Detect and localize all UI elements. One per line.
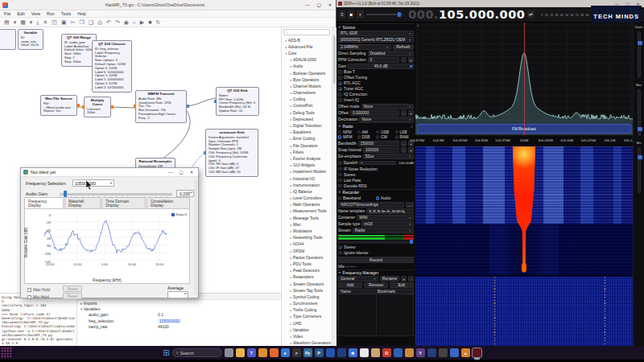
qt-close-button[interactable]: ✕ — [188, 170, 196, 175]
palette-item-channelizers[interactable]: ▸Channelizers — [282, 90, 332, 97]
checkbox-icon[interactable] — [338, 87, 342, 91]
stop-button[interactable]: ■ — [348, 10, 354, 19]
offset-minus-button[interactable]: - — [401, 110, 407, 116]
block-port[interactable] — [111, 105, 114, 109]
menu-view[interactable]: View — [31, 11, 40, 16]
palette-item-peak-detectors[interactable]: ▸Peak Detectors — [282, 268, 332, 274]
menu-file[interactable]: File — [4, 11, 11, 16]
taskbar-photos-icon[interactable] — [394, 348, 402, 357]
max-hold-checkbox[interactable]: Max Hold — [27, 287, 50, 292]
palette-item-industrial-i-o[interactable]: ▸Industrial I/O — [282, 175, 332, 182]
checkbox-icon[interactable] — [338, 76, 342, 80]
variable-value[interactable]: 0.1 — [158, 312, 163, 317]
mode-baseband[interactable]: Baseband — [338, 196, 376, 200]
palette-item-audio[interactable]: ▸Audio — [282, 64, 332, 70]
mode-cw[interactable]: CW — [376, 135, 395, 139]
tab-frequency-display[interactable]: Frequency Display — [24, 197, 64, 209]
palette-item-stream-operators[interactable]: ▸Stream Operators — [282, 281, 332, 287]
start-button[interactable]: ⊞ — [163, 347, 169, 359]
radio-icon[interactable] — [395, 130, 398, 134]
copy-button[interactable]: ❐ — [79, 19, 84, 26]
taskbar-pycharm-icon[interactable]: P — [315, 348, 324, 357]
frequency-selection-combo[interactable]: 105000000 ▾ — [72, 179, 114, 187]
mode-am[interactable]: AM — [357, 130, 377, 134]
source-check-rtl-agc[interactable]: RTL AGC — [338, 80, 414, 86]
tab-constellation-display[interactable]: Constellation Display — [147, 197, 190, 208]
checkbox-icon[interactable] — [338, 93, 342, 97]
menu-tools[interactable]: Tools — [61, 11, 71, 16]
volume-slider-handle[interactable] — [398, 12, 401, 17]
name-template-value[interactable]: $t_$f_$h-$m-$s_$d-$M-$y — [366, 208, 414, 214]
palette-item-noaa[interactable]: ▸NOAA — [282, 241, 332, 248]
max-hold-reset-button[interactable]: Reset — [63, 286, 82, 292]
squelch-slider-handle[interactable] — [361, 162, 363, 163]
qt-maximize-button[interactable]: ▢ — [177, 170, 185, 175]
palette-item-core[interactable]: ▾Core — [282, 50, 332, 56]
fft-spectrum[interactable]: -5-10-15-20-25-30-35-40-45-50-55-60-65-7… — [415, 23, 633, 135]
taskbar-vlc-icon[interactable]: ▲ — [461, 348, 470, 357]
palette-item-filters[interactable]: ▸Filters — [282, 149, 332, 155]
radio-icon[interactable] — [357, 135, 361, 138]
cut-button[interactable]: ✂ — [71, 19, 76, 26]
bandwidth-value[interactable]: 250000 — [358, 141, 399, 146]
source-check-offset-tuning[interactable]: Offset Tuning — [338, 75, 414, 80]
close-button[interactable]: ✕ — [324, 0, 336, 10]
palette-item-equalizers[interactable]: ▸Equalizers — [282, 130, 332, 136]
frequency-manager-header[interactable]: ▼Frequency Manager — [338, 269, 414, 276]
palette-item-fourier-analysis[interactable]: ▸Fourier Analysis — [282, 155, 332, 162]
save-button[interactable]: ⤓ — [36, 19, 39, 26]
add-bookmark-button[interactable]: Add — [338, 282, 362, 288]
palette-item-type-converters[interactable]: ▸Type Converters — [282, 314, 332, 320]
mode-audio[interactable]: Audio — [376, 196, 414, 200]
source-check-tuner-agc[interactable]: Tuner AGC — [338, 86, 414, 92]
snap-plus-button[interactable]: + — [408, 147, 414, 153]
new-dropdown[interactable]: ▾ — [14, 19, 17, 26]
taskbar-sdrpp-icon[interactable] — [473, 348, 481, 357]
offset-value[interactable]: 0.000000 — [350, 110, 399, 116]
ppm-value[interactable]: 0 — [368, 57, 399, 63]
tuning-cursor[interactable] — [524, 23, 525, 135]
refresh-button[interactable]: Refresh — [393, 44, 414, 50]
palette-item-variables[interactable]: ▸Variables — [282, 327, 332, 333]
qt-gui-window[interactable]: Not titled yet — ▢ ✕ Frequency Selection… — [20, 167, 199, 298]
palette-item-math-operators[interactable]: ▸Math Operators — [282, 202, 332, 208]
min-slider-handle[interactable] — [638, 155, 642, 159]
radio-check-stereo[interactable]: Stereo — [338, 172, 414, 178]
palette-item-networking-tools[interactable]: ▸Networking Tools — [282, 235, 332, 241]
recorder-section-header[interactable]: ▼Recorder — [338, 189, 414, 195]
palette-item-advanced-file[interactable]: ▸Advanced File — [282, 43, 332, 50]
block-multiply-const[interactable]: Multiply ConstConstant: 100m — [84, 97, 111, 117]
variable-row-variables[interactable]: ▾ Variables — [77, 306, 281, 311]
palette-item-packet-operators[interactable]: ▸Packet Operators — [282, 254, 332, 261]
palette-item-level-controllers[interactable]: ▸Level Controllers — [282, 195, 332, 202]
container-dropdown[interactable]: WAV▼ — [357, 215, 414, 220]
palette-item-waveform-generators[interactable]: ▸Waveform Generators — [282, 340, 332, 346]
palette-item-controlport[interactable]: ▸ControlPort — [282, 103, 332, 109]
tuning-mode-button[interactable]: ⇄ — [527, 10, 534, 19]
palette-item-gui-widgets[interactable]: ▸GUI Widgets — [282, 162, 332, 169]
palette-item-adalm-2000[interactable]: ▸ADALM-2000 — [282, 57, 332, 64]
recorder-stereo-checkbox[interactable] — [338, 245, 342, 249]
radio-check-decode-rds[interactable]: Decode RDS — [338, 183, 414, 189]
browse-button[interactable]: ... — [406, 202, 414, 208]
radio-section-header[interactable]: ▼Radio✓ — [338, 122, 414, 129]
block-variable-samp-rate[interactable]: VariableID: samp_rateValue: 44.1k — [18, 29, 43, 50]
inspect-button[interactable]: ▣ — [61, 19, 67, 26]
checkbox-icon[interactable] — [338, 184, 342, 188]
edit-bookmark-button[interactable]: Edit — [390, 282, 414, 288]
squelch-checkbox[interactable] — [338, 161, 342, 165]
palette-item-instrumentation[interactable]: ▸Instrumentation — [282, 182, 332, 188]
waterfall[interactable] — [415, 146, 633, 346]
radio-icon[interactable] — [376, 196, 379, 200]
taskbar-settings-icon[interactable] — [450, 348, 459, 357]
recording-path[interactable]: %ROOT%/recordings — [338, 202, 404, 208]
taskbar-media-icon[interactable] — [405, 348, 414, 357]
mode-wfm[interactable]: WFM — [338, 135, 357, 139]
offset-mode-dropdown[interactable]: None▼ — [361, 104, 414, 109]
mode-nfm[interactable]: NFM — [338, 130, 357, 134]
radio-check-if-noise-reduction[interactable]: IF Noise Reduction — [338, 167, 414, 172]
palette-item-resamplers[interactable]: ▸Resamplers — [282, 274, 332, 281]
bandwidth-minus-button[interactable]: - — [401, 141, 407, 146]
block-port[interactable] — [187, 105, 189, 108]
tab-waterfall-display[interactable]: Waterfall Display — [64, 197, 101, 208]
